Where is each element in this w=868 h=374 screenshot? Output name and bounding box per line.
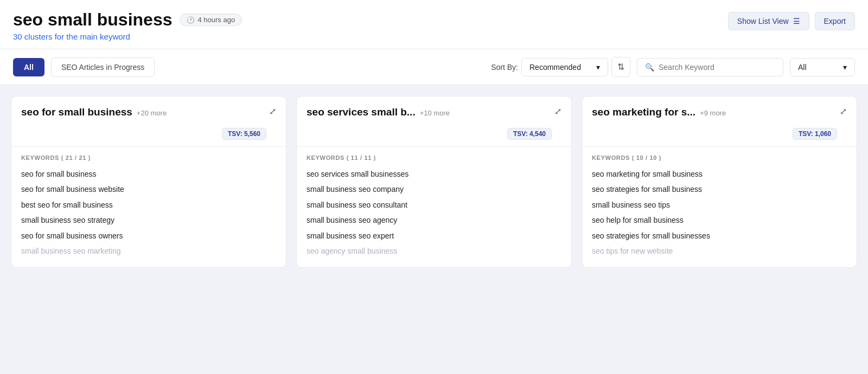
list-view-icon: ☰ — [793, 17, 800, 25]
keywords-label: KEYWORDS ( 21 / 21 ) — [21, 154, 276, 161]
keyword-card: seo for small business +20 more ⤢ TSV: 5… — [11, 96, 286, 268]
cards-area: seo for small business +20 more ⤢ TSV: 5… — [0, 85, 868, 279]
tsv-badge: TSV: 4,540 — [507, 128, 552, 140]
tsv-row: TSV: 1,060 — [582, 122, 857, 140]
list-view-label: Show List View — [737, 17, 789, 25]
card-body: KEYWORDS ( 21 / 21 ) seo for small busin… — [11, 147, 286, 267]
clock-icon: 🕐 — [187, 16, 195, 24]
filter-dropdown[interactable]: All ▾ — [790, 58, 855, 76]
keyword-item: small business seo agency — [307, 212, 561, 228]
keyword-item: small business seo company — [307, 182, 561, 197]
expand-icon[interactable]: ⤢ — [554, 106, 561, 117]
keyword-item: small business seo tips — [592, 197, 847, 212]
filter-value: All — [798, 63, 807, 72]
keyword-item: seo for small business website — [21, 182, 276, 197]
sort-value: Recommended — [529, 63, 581, 72]
keyword-item: seo agency small business — [307, 243, 561, 259]
sort-order-icon: ⇅ — [617, 62, 624, 72]
keyword-item: small business seo marketing — [21, 243, 276, 259]
keyword-item: small business seo strategy — [21, 212, 276, 228]
card-header: seo for small business +20 more ⤢ — [11, 96, 286, 118]
toolbar: All SEO Articles in Progress Sort By: Re… — [0, 49, 868, 85]
header-left: seo small business 🕐 4 hours ago 30 clus… — [13, 10, 242, 41]
list-view-button[interactable]: Show List View ☰ — [728, 12, 809, 30]
export-button[interactable]: Export — [815, 12, 855, 30]
card-title: seo for small business — [21, 106, 132, 118]
keywords-label: KEYWORDS ( 10 / 10 ) — [592, 154, 847, 161]
header-actions: Show List View ☰ Export — [728, 10, 855, 30]
tsv-badge: TSV: 5,560 — [222, 128, 266, 140]
keyword-item: seo tips for new website — [592, 243, 847, 259]
header-title-row: seo small business 🕐 4 hours ago — [13, 10, 242, 30]
card-title-row: seo marketing for s... +9 more — [592, 106, 726, 118]
keyword-item: small business seo expert — [307, 228, 561, 243]
card-header: seo services small b... +10 more ⤢ — [297, 96, 571, 118]
timestamp-text: 4 hours ago — [197, 16, 235, 24]
card-title: seo marketing for s... — [592, 106, 695, 118]
chevron-down-icon: ▾ — [596, 63, 600, 72]
keyword-item: small business seo consultant — [307, 197, 561, 212]
sort-group: Sort By: Recommended ▾ ⇅ — [491, 57, 630, 77]
keyword-item: seo strategies for small businesses — [592, 228, 847, 243]
sort-order-button[interactable]: ⇅ — [611, 57, 630, 77]
keyword-item: seo for small business — [21, 166, 276, 182]
card-more-count: +10 more — [420, 109, 450, 117]
keyword-item: seo help for small business — [592, 212, 847, 228]
keywords-label: KEYWORDS ( 11 / 11 ) — [307, 154, 561, 161]
card-body: KEYWORDS ( 11 / 11 ) seo services small … — [297, 147, 571, 267]
keyword-item: seo for small business owners — [21, 228, 276, 243]
tab-seo-articles-button[interactable]: SEO Articles in Progress — [51, 57, 155, 77]
keyword-card: seo marketing for s... +9 more ⤢ TSV: 1,… — [582, 96, 857, 268]
card-more-count: +20 more — [137, 109, 167, 117]
keyword-card: seo services small b... +10 more ⤢ TSV: … — [296, 96, 572, 268]
card-title-row: seo services small b... +10 more — [307, 106, 450, 118]
tsv-row: TSV: 5,560 — [11, 122, 286, 140]
card-more-count: +9 more — [700, 109, 726, 117]
search-box[interactable]: 🔍 — [637, 58, 783, 76]
export-label: Export — [824, 17, 846, 25]
expand-icon[interactable]: ⤢ — [840, 106, 847, 117]
search-input[interactable] — [659, 63, 775, 72]
sort-label: Sort By: — [491, 63, 518, 72]
header: seo small business 🕐 4 hours ago 30 clus… — [0, 0, 868, 49]
expand-icon[interactable]: ⤢ — [269, 106, 276, 117]
tsv-badge: TSV: 1,060 — [793, 128, 837, 140]
sort-dropdown[interactable]: Recommended ▾ — [521, 58, 608, 76]
filter-chevron-icon: ▾ — [843, 63, 847, 72]
page-title: seo small business — [13, 10, 172, 30]
search-icon: 🔍 — [645, 63, 654, 72]
card-title: seo services small b... — [307, 106, 416, 118]
tab-seo-label: SEO Articles in Progress — [61, 63, 144, 72]
timestamp-badge: 🕐 4 hours ago — [180, 14, 242, 26]
card-title-row: seo for small business +20 more — [21, 106, 167, 118]
keyword-item: seo strategies for small business — [592, 182, 847, 197]
keyword-item: best seo for small business — [21, 197, 276, 212]
card-header: seo marketing for s... +9 more ⤢ — [582, 96, 857, 118]
keyword-item: seo services small businesses — [307, 166, 561, 182]
header-subtitle: 30 clusters for the main keyword — [13, 32, 242, 41]
card-body: KEYWORDS ( 10 / 10 ) seo marketing for s… — [582, 147, 857, 267]
keyword-item: seo marketing for small business — [592, 166, 847, 182]
tab-all-label: All — [24, 63, 34, 72]
tsv-row: TSV: 4,540 — [297, 122, 571, 140]
tab-all-button[interactable]: All — [13, 58, 44, 76]
